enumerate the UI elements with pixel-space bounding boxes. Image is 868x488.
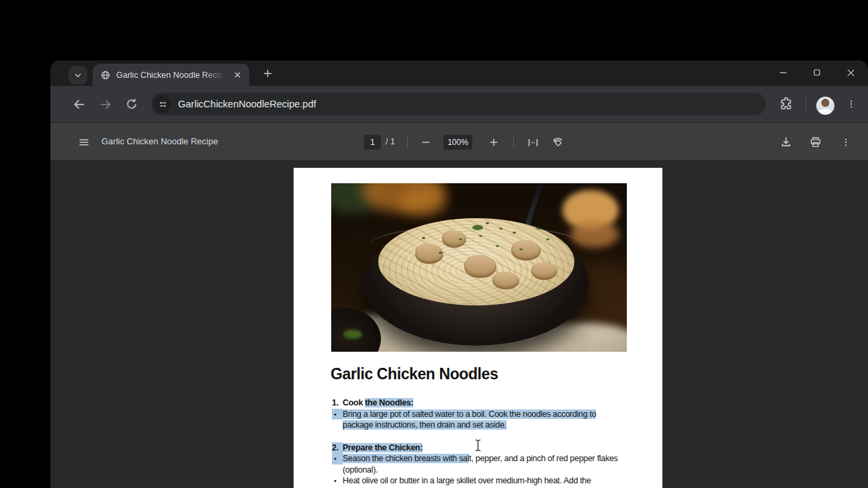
recipe-title[interactable]: Garlic Chicken Noodles xyxy=(331,365,498,383)
document-line[interactable]: (optional). xyxy=(332,465,618,476)
pdf-page: Garlic Chicken Noodles 1.Cook the Noodle… xyxy=(294,168,662,488)
rotate-counterclockwise-icon xyxy=(551,136,564,149)
kebab-menu-icon xyxy=(846,99,857,109)
document-line[interactable]: •Heat olive oil or butter in a large ski… xyxy=(332,475,618,487)
browser-toolbar: GarlicChickenNoodleRecipe.pdf xyxy=(50,86,868,122)
download-button[interactable] xyxy=(778,134,794,150)
minimize-icon xyxy=(778,67,789,78)
kebab-menu-icon xyxy=(840,137,851,148)
minus-icon xyxy=(421,137,431,148)
profile-avatar[interactable] xyxy=(816,97,834,115)
reload-button[interactable] xyxy=(124,96,140,112)
zoom-in-button[interactable] xyxy=(486,134,502,150)
address-bar[interactable]: GarlicChickenNoodleRecipe.pdf xyxy=(151,93,766,115)
reload-icon xyxy=(125,97,138,111)
pdf-toolbar-divider xyxy=(407,135,408,149)
window-minimize-button[interactable] xyxy=(773,62,793,83)
arrow-left-icon xyxy=(72,97,86,111)
close-icon xyxy=(846,68,856,78)
site-settings-button[interactable] xyxy=(154,95,171,113)
plus-icon xyxy=(263,68,273,79)
document-line[interactable]: •Bring a large pot of salted water to a … xyxy=(332,409,618,420)
pdf-menu-button[interactable] xyxy=(76,134,92,150)
document-line[interactable]: •Season the chicken breasts with salt, p… xyxy=(332,453,618,465)
tab-title: Garlic Chicken Noodle Recipe xyxy=(116,70,224,80)
pdf-toolbar-divider xyxy=(513,135,514,149)
url-text: GarlicChickenNoodleRecipe.pdf xyxy=(178,99,316,109)
forward-button[interactable] xyxy=(97,96,114,112)
pdf-document-title: Garlic Chicken Noodle Recipe xyxy=(101,123,218,160)
pdf-more-options-button[interactable] xyxy=(838,134,854,150)
window-close-button[interactable] xyxy=(840,62,861,83)
recipe-photo xyxy=(331,183,627,352)
arrow-right-icon xyxy=(99,97,113,111)
globe-favicon-icon xyxy=(100,70,111,81)
tune-sliders-icon xyxy=(158,99,168,109)
browser-window: Garlic Chicken Noodle Recipe xyxy=(50,60,868,488)
tab-close-icon[interactable] xyxy=(231,69,243,81)
tab-strip: Garlic Chicken Noodle Recipe xyxy=(50,60,868,86)
new-tab-button[interactable] xyxy=(259,64,277,83)
download-icon xyxy=(779,136,793,149)
document-line[interactable]: 1.Cook the Noodles: xyxy=(332,397,618,409)
fit-width-icon xyxy=(527,136,539,149)
page-number-input[interactable]: 1 xyxy=(364,135,381,150)
toolbar-separator xyxy=(806,97,806,111)
chevron-down-icon xyxy=(73,70,83,80)
pdf-viewer-area: Garlic Chicken Noodles 1.Cook the Noodle… xyxy=(50,161,868,488)
text-ibeam-cursor xyxy=(474,439,482,452)
puzzle-extension-icon xyxy=(778,96,794,112)
browser-menu-button[interactable] xyxy=(843,96,859,112)
page-total-label: / 1 xyxy=(386,123,395,160)
fit-to-width-button[interactable] xyxy=(525,134,541,150)
back-button[interactable] xyxy=(71,96,87,112)
zoom-out-button[interactable] xyxy=(418,134,434,150)
extensions-button[interactable] xyxy=(778,96,794,112)
document-line[interactable]: package instructions, then drain and set… xyxy=(332,420,618,431)
zoom-level-value[interactable]: 100% xyxy=(443,135,472,150)
plus-icon xyxy=(488,137,499,148)
maximize-icon xyxy=(812,67,822,78)
rotate-button[interactable] xyxy=(550,134,566,150)
tab-garlic-chicken-noodle-recipe[interactable]: Garlic Chicken Noodle Recipe xyxy=(93,64,249,86)
tab-search-button[interactable] xyxy=(69,66,87,85)
hamburger-menu-icon xyxy=(78,136,90,148)
pdf-toolbar: Garlic Chicken Noodle Recipe 1 / 1 100% xyxy=(50,122,868,161)
print-button[interactable] xyxy=(808,134,824,150)
window-maximize-button[interactable] xyxy=(807,62,827,83)
print-icon xyxy=(809,136,822,149)
